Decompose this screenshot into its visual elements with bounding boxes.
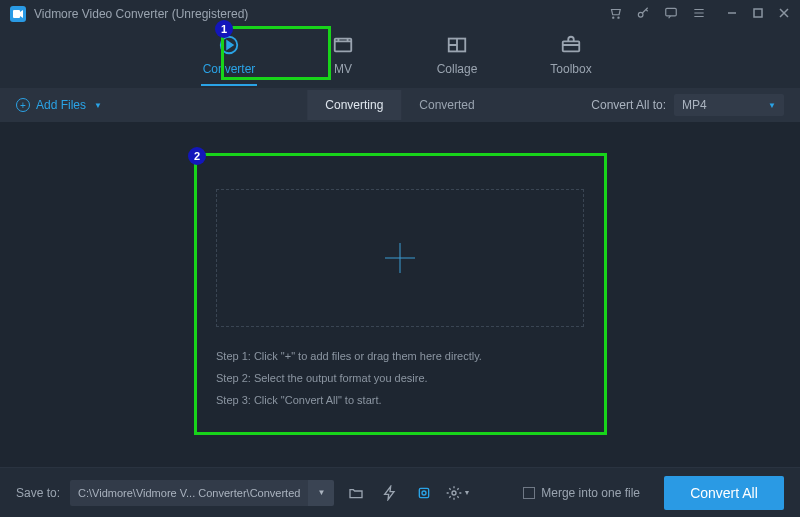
feedback-icon[interactable] bbox=[664, 6, 678, 23]
merge-checkbox[interactable]: Merge into one file bbox=[523, 486, 640, 500]
footer-bar: Save to: C:\Vidmore\Vidmore V... Convert… bbox=[0, 467, 800, 517]
main-tabs: Converter MV Collage Toolbox bbox=[0, 28, 800, 88]
svg-point-11 bbox=[422, 491, 426, 495]
step-2: Step 2: Select the output format you des… bbox=[216, 367, 584, 389]
svg-rect-0 bbox=[13, 10, 20, 18]
save-path-input[interactable]: C:\Vidmore\Vidmore V... Converter\Conver… bbox=[70, 480, 334, 506]
chevron-down-icon: ▼ bbox=[94, 101, 102, 110]
drop-zone[interactable]: Step 1: Click "+" to add files or drag t… bbox=[216, 189, 584, 411]
app-logo-icon bbox=[10, 6, 26, 22]
menu-icon[interactable] bbox=[692, 6, 706, 23]
save-path-value: C:\Vidmore\Vidmore V... Converter\Conver… bbox=[70, 480, 308, 506]
chevron-down-icon: ▼ bbox=[768, 101, 776, 110]
instructions: Step 1: Click "+" to add files or drag t… bbox=[216, 345, 584, 411]
hw-accel-button[interactable] bbox=[378, 481, 402, 505]
key-icon[interactable] bbox=[636, 6, 650, 23]
sub-bar: + Add Files ▼ Converting Converted Conve… bbox=[0, 88, 800, 122]
title-bar: Vidmore Video Converter (Unregistered) bbox=[0, 0, 800, 28]
main-area: Step 1: Click "+" to add files or drag t… bbox=[0, 122, 800, 477]
tab-label: Toolbox bbox=[550, 62, 591, 76]
close-button[interactable] bbox=[778, 7, 790, 22]
checkbox-icon bbox=[523, 487, 535, 499]
svg-point-1 bbox=[613, 17, 614, 18]
svg-rect-4 bbox=[666, 8, 677, 16]
svg-rect-10 bbox=[420, 488, 429, 497]
drop-target[interactable] bbox=[216, 189, 584, 327]
minimize-button[interactable] bbox=[726, 7, 738, 22]
mv-icon bbox=[332, 34, 354, 56]
add-files-label: Add Files bbox=[36, 98, 86, 112]
add-plus-icon[interactable] bbox=[385, 243, 415, 273]
subtab-converted[interactable]: Converted bbox=[401, 90, 492, 120]
format-select[interactable]: MP4 ▼ bbox=[674, 94, 784, 116]
high-speed-button[interactable] bbox=[412, 481, 436, 505]
svg-point-2 bbox=[618, 17, 619, 18]
app-title: Vidmore Video Converter (Unregistered) bbox=[34, 7, 608, 21]
toolbox-icon bbox=[560, 34, 582, 56]
save-path-dropdown[interactable]: ▼ bbox=[308, 480, 334, 506]
cart-icon[interactable] bbox=[608, 6, 622, 23]
collage-icon bbox=[446, 34, 468, 56]
format-value: MP4 bbox=[682, 98, 707, 112]
svg-point-12 bbox=[452, 491, 456, 495]
plus-circle-icon: + bbox=[16, 98, 30, 112]
convert-all-to-label: Convert All to: bbox=[591, 98, 666, 112]
add-files-button[interactable]: + Add Files ▼ bbox=[16, 98, 102, 112]
tab-converter[interactable]: Converter bbox=[194, 34, 264, 86]
tab-mv[interactable]: MV bbox=[308, 34, 378, 76]
convert-all-button[interactable]: Convert All bbox=[664, 476, 784, 510]
tab-collage[interactable]: Collage bbox=[422, 34, 492, 76]
save-to-label: Save to: bbox=[16, 486, 60, 500]
settings-button[interactable]: ▼ bbox=[446, 481, 470, 505]
svg-rect-5 bbox=[754, 9, 762, 17]
maximize-button[interactable] bbox=[752, 7, 764, 22]
merge-label: Merge into one file bbox=[541, 486, 640, 500]
open-folder-button[interactable] bbox=[344, 481, 368, 505]
svg-rect-9 bbox=[563, 41, 580, 51]
step-3: Step 3: Click "Convert All" to start. bbox=[216, 389, 584, 411]
subtab-converting[interactable]: Converting bbox=[307, 90, 401, 120]
tab-label: Collage bbox=[437, 62, 478, 76]
tab-label: Converter bbox=[203, 62, 256, 76]
converter-icon bbox=[218, 34, 240, 56]
tab-label: MV bbox=[334, 62, 352, 76]
step-1: Step 1: Click "+" to add files or drag t… bbox=[216, 345, 584, 367]
tab-toolbox[interactable]: Toolbox bbox=[536, 34, 606, 76]
svg-point-3 bbox=[638, 12, 643, 17]
